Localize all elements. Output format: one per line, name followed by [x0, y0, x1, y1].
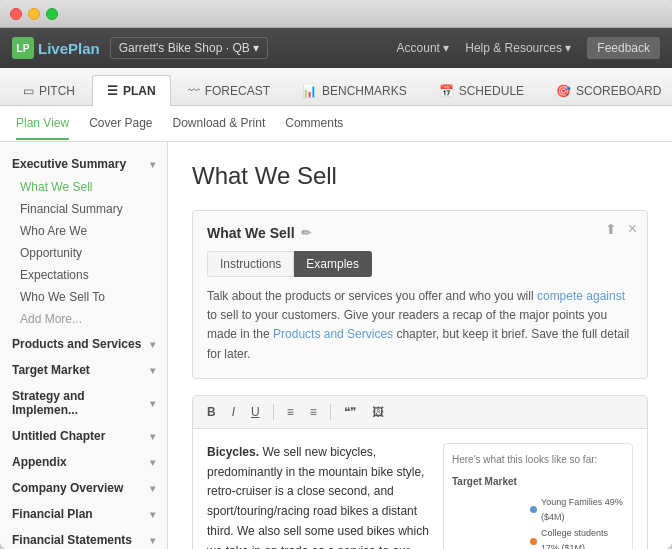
editor: B I U ≡ ≡ ❝❞ 🖼 Here's what this looks li… — [192, 395, 648, 549]
minimize-button[interactable] — [28, 8, 40, 20]
tab-schedule[interactable]: 📅 SCHEDULE — [424, 75, 539, 106]
plan-icon: ☰ — [107, 84, 118, 98]
chevron-icon-financial-statements: ▾ — [150, 535, 155, 546]
sidebar-section-header-financial-plan[interactable]: Financial Plan ▾ — [0, 502, 167, 526]
title-bar — [0, 0, 672, 28]
card-tab-examples[interactable]: Examples — [294, 251, 372, 277]
legend-dot-1 — [530, 506, 537, 513]
tab-plan[interactable]: ☰ PLAN — [92, 75, 171, 106]
legend-dot-2 — [530, 538, 537, 545]
logo-icon: LP — [12, 37, 34, 59]
image-button[interactable]: 🖼 — [366, 402, 390, 422]
sidebar-section-untitled: Untitled Chapter ▾ — [0, 424, 167, 448]
sidebar-section-appendix: Appendix ▾ — [0, 450, 167, 474]
underline-button[interactable]: U — [245, 402, 266, 422]
help-link[interactable]: Help & Resources ▾ — [465, 41, 571, 55]
chevron-icon-untitled: ▾ — [150, 431, 155, 442]
legend-item-2: College students 17% ($1M) — [530, 526, 624, 549]
company-select[interactable]: Garrett's Bike Shop · QB ▾ — [110, 37, 268, 59]
card-tab-instructions[interactable]: Instructions — [207, 251, 294, 277]
subtab-plan-view[interactable]: Plan View — [16, 108, 69, 140]
legend-item-1: Young Families 49% ($4M) — [530, 495, 624, 525]
chevron-icon-target: ▾ — [150, 365, 155, 376]
ordered-list-button[interactable]: ≡ — [304, 402, 323, 422]
chart-legend: Young Families 49% ($4M) College student… — [530, 495, 624, 549]
chevron-icon: ▾ — [150, 159, 155, 170]
company-name: Garrett's Bike Shop · QB ▾ — [119, 41, 259, 55]
sidebar-item-who-are-we[interactable]: Who Are We — [0, 220, 167, 242]
sidebar-section-header-financial-statements[interactable]: Financial Statements ▾ — [0, 528, 167, 549]
chart-title: Here's what this looks like so far: — [452, 452, 624, 469]
logo: LP LivePlan — [12, 37, 100, 59]
sidebar-section-header-products[interactable]: Products and Services ▾ — [0, 332, 167, 356]
compete-link[interactable]: compete against — [537, 289, 625, 303]
top-nav: LP LivePlan Garrett's Bike Shop · QB ▾ A… — [0, 28, 672, 68]
tab-pitch[interactable]: ▭ PITCH — [8, 75, 90, 106]
sidebar-section-target-market: Target Market ▾ — [0, 358, 167, 382]
italic-button[interactable]: I — [226, 402, 241, 422]
feedback-button[interactable]: Feedback — [587, 37, 660, 59]
tab-benchmarks[interactable]: 📊 BENCHMARKS — [287, 75, 422, 106]
quote-button[interactable]: ❝❞ — [338, 402, 362, 422]
chart-float: Here's what this looks like so far: Targ… — [443, 443, 633, 549]
benchmarks-icon: 📊 — [302, 84, 317, 98]
sidebar-add-more[interactable]: Add More... — [0, 308, 167, 330]
logo-text: LivePlan — [38, 40, 100, 57]
toolbar-separator-1 — [273, 404, 274, 420]
chart-subtitle: Target Market — [452, 474, 624, 491]
sidebar-section-header-appendix[interactable]: Appendix ▾ — [0, 450, 167, 474]
subtab-comments[interactable]: Comments — [285, 108, 343, 140]
close-button[interactable] — [10, 8, 22, 20]
sidebar-section-header-untitled[interactable]: Untitled Chapter ▾ — [0, 424, 167, 448]
sidebar-item-opportunity[interactable]: Opportunity — [0, 242, 167, 264]
donut-container: 42K Products Young Families 49% ($4M) — [452, 495, 624, 549]
tab-forecast[interactable]: 〰 FORECAST — [173, 75, 285, 106]
sidebar-section-header-strategy[interactable]: Strategy and Implemen... ▾ — [0, 384, 167, 422]
sidebar-item-who-we-sell-to[interactable]: Who We Sell To — [0, 286, 167, 308]
card-tabs: Instructions Examples — [207, 251, 633, 277]
schedule-icon: 📅 — [439, 84, 454, 98]
sidebar-section-financial-statements: Financial Statements ▾ — [0, 528, 167, 549]
sub-tabs: Plan View Cover Page Download & Print Co… — [0, 106, 672, 142]
edit-pencil-icon[interactable]: ✏ — [301, 226, 311, 240]
forecast-icon: 〰 — [188, 84, 200, 98]
tab-scoreboard[interactable]: 🎯 SCOREBOARD — [541, 75, 672, 106]
main-tabs: ▭ PITCH ☰ PLAN 〰 FORECAST 📊 BENCHMARKS 📅… — [0, 68, 672, 106]
toolbar-separator-2 — [330, 404, 331, 420]
traffic-lights — [10, 8, 58, 20]
chevron-icon-company: ▾ — [150, 483, 155, 494]
bold-button[interactable]: B — [201, 402, 222, 422]
sidebar-item-what-we-sell[interactable]: What We Sell — [0, 176, 167, 198]
sidebar-section-strategy: Strategy and Implemen... ▾ — [0, 384, 167, 422]
main-content: What We Sell What We Sell ✏ ⬆ × Instruct… — [168, 142, 672, 549]
tooltip-text: Talk about the products or services you … — [207, 287, 633, 364]
tooltip-card-title: What We Sell ✏ — [207, 225, 633, 241]
chevron-icon-strategy: ▾ — [150, 398, 155, 409]
unordered-list-button[interactable]: ≡ — [281, 402, 300, 422]
editor-toolbar: B I U ≡ ≡ ❝❞ 🖼 — [193, 396, 647, 429]
scoreboard-icon: 🎯 — [556, 84, 571, 98]
page-title: What We Sell — [192, 162, 648, 190]
content-area: Executive Summary ▾ What We Sell Financi… — [0, 142, 672, 549]
subtab-download-print[interactable]: Download & Print — [173, 108, 266, 140]
sidebar-section-financial-plan: Financial Plan ▾ — [0, 502, 167, 526]
upload-icon[interactable]: ⬆ — [605, 221, 617, 237]
sidebar-item-expectations[interactable]: Expectations — [0, 264, 167, 286]
chevron-icon-products: ▾ — [150, 339, 155, 350]
subtab-cover-page[interactable]: Cover Page — [89, 108, 152, 140]
pitch-icon: ▭ — [23, 84, 34, 98]
chevron-icon-appendix: ▾ — [150, 457, 155, 468]
editor-body-text: Here's what this looks like so far: Targ… — [207, 443, 633, 549]
sidebar-section-header-target[interactable]: Target Market ▾ — [0, 358, 167, 382]
account-link[interactable]: Account ▾ — [397, 41, 450, 55]
editor-body[interactable]: Here's what this looks like so far: Targ… — [193, 429, 647, 549]
sidebar-section-header-executive[interactable]: Executive Summary ▾ — [0, 152, 167, 176]
sidebar-item-financial-summary[interactable]: Financial Summary — [0, 198, 167, 220]
sidebar: Executive Summary ▾ What We Sell Financi… — [0, 142, 168, 549]
products-link[interactable]: Products and Services — [273, 327, 393, 341]
maximize-button[interactable] — [46, 8, 58, 20]
sidebar-section-header-company[interactable]: Company Overview ▾ — [0, 476, 167, 500]
close-icon[interactable]: × — [628, 221, 637, 237]
nav-right: Account ▾ Help & Resources ▾ Feedback — [397, 37, 660, 59]
app-window: LP LivePlan Garrett's Bike Shop · QB ▾ A… — [0, 0, 672, 549]
